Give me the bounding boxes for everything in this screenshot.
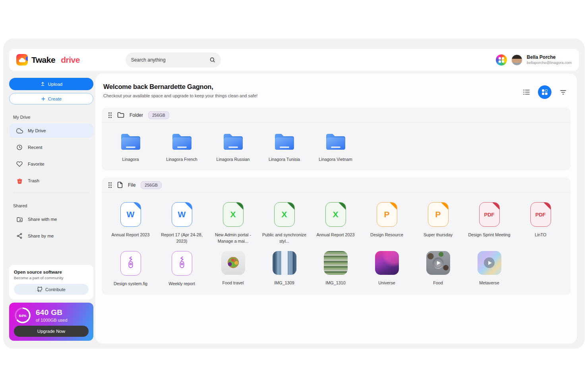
folder-tile[interactable]: Linagora xyxy=(105,132,156,162)
folded-corner xyxy=(287,202,295,210)
file-tile[interactable]: Food travel xyxy=(207,251,259,287)
file-tile[interactable]: IMG_1309 xyxy=(259,251,310,287)
file-name: New Admin portal - Manage a mai... xyxy=(210,232,257,244)
file-section-title: File xyxy=(128,182,135,188)
file-name: Design Resource xyxy=(364,232,410,238)
storage-percent: 64% xyxy=(15,307,31,323)
view-controls xyxy=(520,83,569,99)
document-icon: X xyxy=(223,202,244,227)
file-tile[interactable]: W Report 17 (Apr 24-28, 2023) xyxy=(156,202,207,244)
sidebar-item-my-drive[interactable]: My Drive xyxy=(9,124,93,138)
folder-tile[interactable]: Linagora French xyxy=(156,132,207,162)
sidebar-item-recent[interactable]: Recent xyxy=(9,140,93,154)
storage-caption: of 1000GB used xyxy=(36,318,68,322)
file-tile[interactable]: Food xyxy=(412,251,464,287)
file-tile[interactable]: IMG_1310 xyxy=(310,251,361,287)
folder-tile[interactable]: Linagora Vietnam xyxy=(310,132,361,162)
drag-handle-icon[interactable] xyxy=(108,112,112,118)
upload-button[interactable]: Upload xyxy=(9,78,93,90)
search-input[interactable] xyxy=(131,57,209,63)
welcome-title: Welcome back Bernardette Gagnon, xyxy=(103,83,257,91)
folder-name: Linagora Vietnam xyxy=(312,156,359,162)
file-tile[interactable]: PDF Design Sprint Meeting xyxy=(464,202,515,244)
sidebar-item-share-by-me[interactable]: Share by me xyxy=(9,229,93,243)
github-icon xyxy=(37,287,43,292)
sidebar-item-trash[interactable]: Trash xyxy=(9,174,93,188)
blue-folder-icon xyxy=(273,132,296,151)
folder-user-icon xyxy=(16,216,23,223)
upgrade-button[interactable]: Upgrade Now xyxy=(14,326,89,337)
user-name: Bella Porche xyxy=(527,54,572,60)
sidebar-divider xyxy=(13,193,89,193)
search-bar[interactable] xyxy=(126,52,221,68)
file-tile[interactable]: Design system.fig xyxy=(105,251,156,287)
sidebar: Upload Create My Drive My Drive Recent xyxy=(9,78,93,341)
sidebar-item-label: Share with me xyxy=(28,217,57,222)
storage-card: 64% 640 GB of 1000GB used Upgrade Now xyxy=(9,303,93,341)
file-tile[interactable]: Metaverse xyxy=(464,251,515,287)
user-menu[interactable]: Bella Porche bellaporche@linagora.com xyxy=(527,54,572,65)
filter-icon[interactable] xyxy=(557,86,569,98)
open-source-title: Open source software xyxy=(14,270,89,274)
file-tile[interactable]: X Public and synchronize styl... xyxy=(259,202,310,244)
avatar[interactable] xyxy=(511,54,522,66)
file-name: Annual Report 2023 xyxy=(312,232,359,238)
folder-section-title: Folder xyxy=(130,112,143,118)
file-tile[interactable]: X New Admin portal - Manage a mai... xyxy=(207,202,259,244)
folded-corner xyxy=(389,202,397,210)
main-panel: Welcome back Bernardette Gagnon, Checkou… xyxy=(95,73,577,344)
open-source-subtitle: Become a part of community xyxy=(14,276,89,280)
apps-grid-icon[interactable] xyxy=(496,54,507,66)
file-tile[interactable]: Weekly report xyxy=(156,251,207,287)
sidebar-section-my-drive: My Drive xyxy=(13,115,93,120)
app-logo[interactable]: Twakedrive xyxy=(16,54,80,66)
play-icon xyxy=(433,257,443,268)
drag-handle-icon[interactable] xyxy=(108,182,112,188)
folder-name: Linagora xyxy=(107,156,154,162)
file-section: File 256GB W xyxy=(102,178,571,295)
contribute-button[interactable]: Contribute xyxy=(14,284,89,295)
create-button[interactable]: Create xyxy=(9,93,93,104)
sidebar-section-shared: Shared xyxy=(13,203,93,208)
open-source-card: Open source software Become a part of co… xyxy=(9,265,93,299)
upload-icon xyxy=(40,81,45,87)
file-tile[interactable]: P Design Resource xyxy=(361,202,412,244)
storage-amount: 640 GB xyxy=(36,308,68,317)
folder-section: Folder 256GB xyxy=(102,108,571,170)
folded-corner xyxy=(338,202,346,210)
file-tile[interactable]: W Annual Report 2023 xyxy=(105,202,156,244)
file-name: IMG_1309 xyxy=(261,280,308,286)
sidebar-item-share-with-me[interactable]: Share with me xyxy=(9,212,93,226)
upload-button-label: Upload xyxy=(48,82,62,87)
blue-folder-icon xyxy=(119,132,142,151)
play-icon xyxy=(484,257,495,268)
document-icon: PDF xyxy=(479,202,500,227)
sidebar-item-label: Recent xyxy=(28,145,42,150)
file-tile[interactable]: PDF LinTO xyxy=(515,202,566,244)
sidebar-item-label: My Drive xyxy=(28,128,46,133)
document-icon: P xyxy=(377,202,397,227)
contribute-button-label: Contribute xyxy=(45,287,66,292)
top-right-group: Bella Porche bellaporche@linagora.com xyxy=(496,54,572,66)
file-thumbnail xyxy=(273,251,296,275)
file-tile[interactable]: X Annual Report 2023 xyxy=(310,202,361,244)
grid-view-icon[interactable] xyxy=(538,85,551,99)
file-name: Food xyxy=(415,280,462,286)
welcome-subtitle: Checkout your available space and upgrad… xyxy=(103,93,257,98)
list-view-icon[interactable] xyxy=(520,86,532,98)
file-name: LinTO xyxy=(517,232,564,238)
document-icon: X xyxy=(325,202,346,227)
file-tile[interactable]: Universe xyxy=(361,251,412,287)
sidebar-item-favorite[interactable]: Favorite xyxy=(9,157,93,171)
trash-icon xyxy=(16,177,23,184)
sidebar-item-label: Favorite xyxy=(28,162,44,166)
folder-tile[interactable]: Linagora Tunisia xyxy=(259,132,310,162)
folded-corner xyxy=(184,202,192,210)
file-grid: W Annual Report 2023 xyxy=(102,193,571,295)
file-name: IMG_1310 xyxy=(312,280,359,286)
file-tile[interactable]: P Super thursday xyxy=(412,202,464,244)
folder-tile[interactable]: Linagora Russian xyxy=(207,132,259,162)
file-name: Super thursday xyxy=(415,232,462,238)
top-bar: Twakedrive Bella Porche bellaporche@lina… xyxy=(9,49,579,71)
share-icon xyxy=(16,232,23,239)
